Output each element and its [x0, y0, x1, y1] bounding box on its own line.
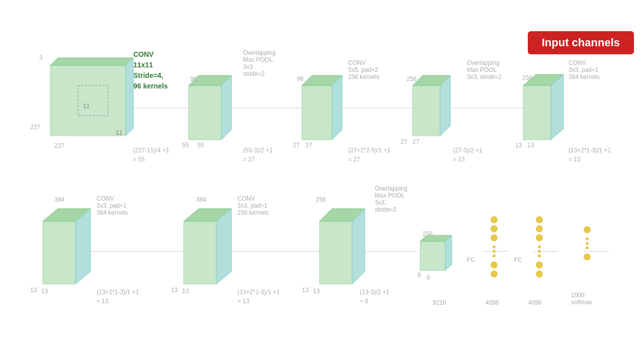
- svg-marker-21: [184, 221, 216, 284]
- svg-marker-1: [50, 58, 133, 65]
- conv5-label: CONV3x3, pad=1256 kernels: [237, 195, 269, 216]
- fc2-dot-1: [536, 216, 543, 223]
- fc3-dot-sm-2: [586, 242, 589, 245]
- svg-marker-17: [551, 74, 564, 140]
- svg-marker-39: [445, 235, 452, 270]
- dim-27-left-b3: 27: [293, 142, 299, 149]
- svg-marker-19: [43, 209, 91, 221]
- svg-marker-22: [184, 209, 231, 221]
- dim-227-bottom: 227: [54, 142, 64, 149]
- fc3-dots: [584, 226, 591, 260]
- dim-3: 3: [39, 54, 43, 61]
- dim-256-b5: 256: [522, 74, 532, 81]
- formula-8: (13-3)/2 +1= 6: [360, 288, 389, 306]
- fc2-dot-sm-2: [538, 250, 541, 253]
- formula-6: (13+2*1-3)/1 +1= 13: [97, 288, 139, 306]
- dim-227-left: 227: [30, 124, 40, 131]
- formula-7: (13+2*1-3)/1 +1= 13: [237, 288, 280, 306]
- svg-marker-18: [43, 221, 75, 284]
- dim-96-b3: 96: [297, 75, 303, 82]
- svg-marker-9: [302, 85, 332, 140]
- pool3-label: OverlappingMax POOL3x3,stride=2: [375, 185, 408, 213]
- dim-96-b2: 96: [190, 75, 197, 82]
- svg-marker-37: [420, 241, 445, 270]
- fc1-dot-2: [491, 225, 498, 232]
- conv3-label: CONV3x3, pad=1384 kernels: [569, 59, 600, 80]
- dim-13-bottom-b7: 13: [182, 288, 189, 295]
- dim-13-left-b7: 13: [171, 287, 178, 294]
- fc1-dot-1: [491, 216, 498, 223]
- svg-text:11: 11: [83, 103, 90, 110]
- fc1-label: FC: [467, 256, 475, 263]
- dim-384-b6: 384: [54, 196, 64, 203]
- formula-5: (13+2*1-3)/1 +1= 13: [569, 146, 611, 164]
- size-9216: 9216: [433, 299, 446, 306]
- fc1-dot-sm-1: [493, 245, 496, 248]
- size-4096-2: 4096: [528, 299, 542, 306]
- svg-marker-12: [413, 85, 440, 136]
- fc3-dot-1: [584, 226, 591, 233]
- svg-marker-24: [319, 221, 352, 284]
- svg-marker-23: [216, 209, 231, 284]
- svg-marker-6: [189, 85, 221, 140]
- formula-2: (55-3)/2 +1= 27: [243, 146, 273, 164]
- formula-1: (227-11)/4 +1= 55: [133, 146, 169, 164]
- fc2-dot-sm-1: [538, 245, 541, 248]
- dim-384-b7: 384: [196, 196, 206, 203]
- fc2-dot-5: [536, 270, 543, 278]
- svg-marker-8: [221, 75, 231, 140]
- size-1000: 1000softmax: [571, 292, 592, 306]
- dim-256-b4: 256: [407, 75, 417, 82]
- fc2-dot-sm-3: [538, 254, 541, 257]
- fc2-label: FC: [514, 256, 522, 263]
- conv1-label: CONV11x11Stride=4,96 kernels: [133, 49, 168, 92]
- pool1-label: OverlappingMax POOL3x3stride=2: [243, 49, 276, 77]
- fc3-dot-2: [584, 253, 591, 260]
- svg-marker-0: [50, 65, 126, 136]
- svg-text:11: 11: [116, 129, 123, 136]
- size-4096-1: 4096: [486, 299, 499, 306]
- svg-marker-11: [332, 75, 342, 140]
- svg-rect-3: [78, 85, 108, 116]
- fc2-dot-3: [536, 234, 543, 241]
- fc2-dot-2: [536, 225, 543, 232]
- dim-27-left-b4: 27: [400, 138, 407, 145]
- dim-27-bottom-b3: 27: [305, 142, 312, 149]
- conv4-label: CONV3x3, pad=1384 kernels: [97, 195, 128, 216]
- svg-marker-13: [413, 75, 450, 85]
- dim-27-bottom-b4: 27: [413, 138, 419, 145]
- dim-13-bottom-b5: 13: [527, 142, 534, 149]
- fc1-dot-4: [491, 261, 498, 268]
- formula-4: (27-3)/2 +1= 13: [453, 146, 482, 164]
- dim-13-left-b6: 13: [30, 287, 37, 294]
- conv2-label: CONV5x5, pad=2256 kernels: [348, 59, 379, 80]
- fc3-dot-sm-3: [586, 246, 589, 249]
- svg-marker-14: [440, 75, 450, 136]
- pool2-label: OverlappingMax POOL3x3, stride=2: [467, 59, 502, 80]
- svg-marker-10: [302, 75, 342, 85]
- fc1-dots: [491, 216, 498, 278]
- fc1-dot-sm-2: [493, 250, 496, 253]
- fc2-dots: [536, 216, 543, 278]
- svg-marker-25: [319, 209, 365, 221]
- svg-marker-26: [352, 209, 365, 284]
- dim-55-left: 55: [182, 142, 189, 149]
- fc2-dot-4: [536, 261, 543, 268]
- fc1-dot-3: [491, 234, 498, 241]
- svg-marker-15: [523, 85, 551, 140]
- dim-13-left-b5: 13: [515, 142, 522, 149]
- svg-marker-2: [126, 58, 133, 136]
- dim-13-bottom-b6: 13: [41, 288, 48, 295]
- fc3-dot-sm-1: [586, 237, 589, 240]
- dim-6-bottom: 6: [427, 274, 430, 281]
- dim-55-bottom: 55: [197, 142, 204, 149]
- dim-13-bottom-b8: 13: [313, 288, 319, 295]
- fc1-dot-5: [491, 270, 498, 278]
- dim-13-left-b8: 13: [302, 287, 308, 294]
- svg-marker-20: [75, 209, 91, 284]
- fc1-dot-sm-3: [493, 254, 496, 257]
- formula-3: (27+2*2-5)/1 +1= 27: [348, 146, 390, 164]
- input-channels-badge: Input channels: [528, 31, 634, 54]
- dim-256-b8: 256: [316, 196, 326, 203]
